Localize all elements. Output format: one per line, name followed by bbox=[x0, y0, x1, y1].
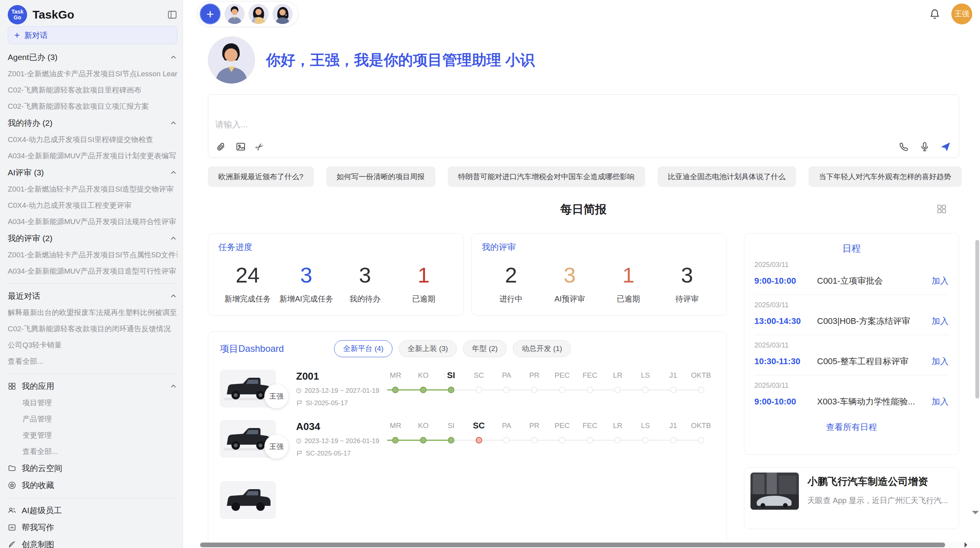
sidebar-conversation-item[interactable]: 公司Q3轻卡销量 bbox=[8, 337, 177, 353]
chevron-up-icon[interactable] bbox=[170, 119, 177, 127]
cloud-space-label: 我的云空间 bbox=[22, 463, 62, 474]
sidebar-conversation-item[interactable]: C02-飞腾新能源轻客改款项目立项汇报方案 bbox=[8, 98, 177, 115]
sidebar-conversation-item[interactable]: Z001-全新燃油轻卡产品开发项目SI节点属性5D文件评审 bbox=[8, 247, 177, 263]
chevron-up-icon[interactable] bbox=[170, 53, 177, 61]
milestone: MR bbox=[382, 370, 409, 393]
sidebar-item-change-mgmt[interactable]: 变更管理 bbox=[8, 427, 177, 444]
sidebar-item-creative-draw[interactable]: 创意制图 bbox=[8, 536, 177, 548]
project-row[interactable]: 王强 Z001 2023-12-19 ~ 2027-01-19 SI-2025-… bbox=[220, 370, 715, 408]
stat-label: 我的待办 bbox=[336, 294, 394, 304]
chevron-up-icon[interactable] bbox=[170, 235, 177, 242]
suggestion-chip[interactable]: 欧洲新规最近颁布了什么? bbox=[208, 166, 314, 187]
suggestion-chip[interactable]: 比亚迪全固态电池计划具体说了什么 bbox=[658, 166, 796, 187]
chevron-up-icon[interactable] bbox=[170, 292, 177, 300]
chat-input-card[interactable]: 请输入... ✂ bbox=[208, 94, 959, 158]
event-join-link[interactable]: 加入 bbox=[932, 315, 949, 327]
suggestion-chip[interactable]: 特朗普可能对进口汽车增税会对中国车企造成哪些影响 bbox=[448, 166, 645, 187]
event-join-link[interactable]: 加入 bbox=[932, 275, 949, 287]
sidebar-item-product-mgmt[interactable]: 产品管理 bbox=[8, 411, 177, 427]
sidebar-section-header[interactable]: AI评审 (3) bbox=[8, 164, 177, 181]
image-upload-icon[interactable] bbox=[235, 141, 246, 152]
dashboard-filter-tab[interactable]: 全新上装 (3) bbox=[399, 340, 457, 357]
stat-label: 已逾期 bbox=[394, 294, 453, 304]
paperclip-icon[interactable] bbox=[215, 141, 226, 152]
sidebar-item-project-mgmt[interactable]: 项目管理 bbox=[8, 395, 177, 411]
sidebar-item-cloud-space[interactable]: 我的云空间 bbox=[8, 460, 177, 477]
news-body: 小鹏飞行汽车制造公司增资 天眼查 App 显示，近日广州汇天飞行汽... bbox=[807, 473, 948, 524]
sidebar-conversation-item[interactable]: C02-飞腾新能源轻客改款项目里程碑画布 bbox=[8, 82, 177, 98]
news-card[interactable]: 小鹏飞行汽车制造公司增资 天眼查 App 显示，近日广州汇天飞行汽... bbox=[744, 467, 959, 529]
microphone-icon[interactable] bbox=[919, 141, 930, 152]
sidebar-conversation-item[interactable]: C02-飞腾新能源轻客改款项目的闭环通告反馈情况 bbox=[8, 321, 177, 337]
project-dashboard-card: 项目Dashboard 全新平台 (4) 全新上装 (3) 年型 (2) 动总开… bbox=[208, 331, 727, 548]
sidebar-section-header[interactable]: Agent已办 (3) bbox=[8, 49, 177, 66]
suggestion-chip[interactable]: 当下年轻人对汽车外观有怎样的喜好趋势 bbox=[809, 166, 962, 187]
sidebar-conversation-item[interactable]: A034-全新新能源MUV产品开发项目法规符合性评审 bbox=[8, 214, 177, 230]
event-join-link[interactable]: 加入 bbox=[932, 356, 949, 367]
sidebar-section: 最近对话 解释最新出台的欧盟报废车法规再生塑料比例被调至15%... C02-飞… bbox=[8, 288, 177, 370]
user-avatar[interactable]: 王强 bbox=[951, 3, 972, 24]
scroll-right-arrow[interactable] bbox=[965, 542, 970, 548]
event-join-link[interactable]: 加入 bbox=[932, 396, 949, 408]
notification-bell-icon[interactable] bbox=[929, 8, 941, 20]
vertical-scrollbar-thumb[interactable] bbox=[975, 240, 979, 399]
sidebar-section-header[interactable]: 我的评审 (2) bbox=[8, 230, 177, 247]
sidebar-item-my-apps[interactable]: 我的应用 bbox=[8, 378, 177, 395]
dashboard-filter-tab[interactable]: 动总开发 (1) bbox=[513, 340, 571, 357]
horizontal-scrollbar[interactable] bbox=[200, 542, 980, 548]
my-apps-label: 我的应用 bbox=[22, 381, 54, 392]
plus-icon: + bbox=[14, 31, 20, 40]
scroll-down-arrow[interactable] bbox=[972, 511, 979, 518]
event-date: 2025/03/11 bbox=[754, 341, 949, 349]
news-title: 小鹏飞行汽车制造公司增资 bbox=[807, 475, 948, 488]
sidebar-conversation-item[interactable]: C0X4-动力总成开发项目工程变更评审 bbox=[8, 197, 177, 214]
sidebar-conversation-item[interactable]: A034-全新新能源MUV产品开发项目造型可行性评审 bbox=[8, 263, 177, 279]
project-flag-text: SC-2025-05-17 bbox=[306, 450, 351, 457]
avatar[interactable] bbox=[224, 4, 245, 24]
sidebar-section-items: Z001-全新燃油轻卡产品开发项目SI节点属性5D文件评审 A034-全新新能源… bbox=[8, 247, 177, 279]
sidebar-conversation-item[interactable]: 查看全部... bbox=[8, 353, 177, 370]
sidebar-item-ai-employee[interactable]: AI超级员工 bbox=[8, 502, 177, 519]
logo-text-top: Task bbox=[12, 9, 24, 15]
sidebar-item-write-helper[interactable]: 帮我写作 bbox=[8, 519, 177, 536]
project-row[interactable]: 王强 A034 2023-12-19 ~ 2026-01-19 SC-2025-… bbox=[220, 420, 715, 458]
sidebar-section-header[interactable]: 我的待办 (2) bbox=[8, 115, 177, 132]
stat-item: 3 新增AI完成任务 bbox=[277, 262, 336, 304]
chevron-up-icon[interactable] bbox=[170, 382, 177, 390]
avatar[interactable] bbox=[272, 4, 293, 24]
sidebar-section-label: 我的评审 (2) bbox=[8, 233, 53, 244]
event-title: C001-立项审批会 bbox=[817, 275, 928, 287]
sidebar-conversation-item[interactable]: 解释最新出台的欧盟报废车法规再生塑料比例被调至15%... bbox=[8, 305, 177, 321]
avatar[interactable] bbox=[248, 4, 269, 24]
project-flag: SC-2025-05-17 bbox=[296, 450, 379, 457]
new-chat-button[interactable]: + 新对话 bbox=[8, 26, 177, 44]
sidebar-conversation-item[interactable]: Z001-全新燃油皮卡产品开发项目SI节点Lesson Learn报告 bbox=[8, 66, 177, 82]
suggestion-chip[interactable]: 如何写一份清晰的项目周报 bbox=[326, 166, 435, 187]
chevron-up-icon[interactable] bbox=[170, 169, 177, 176]
phone-call-icon[interactable] bbox=[898, 141, 909, 152]
stats-grid: 2 进行中 3 AI预评审 1 已逾期 3 待评审 bbox=[482, 262, 717, 304]
milestone-node bbox=[698, 387, 704, 393]
horizontal-scrollbar-thumb[interactable] bbox=[200, 543, 945, 547]
sidebar-item-favorites[interactable]: 我的收藏 bbox=[8, 477, 177, 494]
briefing-layout-icon[interactable] bbox=[937, 204, 947, 216]
clock-icon bbox=[296, 438, 302, 444]
sidebar-collapse-icon[interactable] bbox=[167, 10, 177, 20]
sidebar-item-view-all-apps[interactable]: 查看全部... bbox=[8, 444, 177, 460]
milestone-node bbox=[670, 387, 677, 393]
sidebar-conversation-item[interactable]: C0X4-动力总成开发项目SI里程碑提交物检查 bbox=[8, 132, 177, 148]
sidebar-conversation-item[interactable]: A034-全新新能源MUV产品开发项目计划变更表编写 bbox=[8, 148, 177, 164]
sidebar-section-header[interactable]: 最近对话 bbox=[8, 288, 177, 305]
stat-label: 新增完成任务 bbox=[218, 294, 277, 304]
dashboard-filter-tab[interactable]: 全新平台 (4) bbox=[334, 340, 392, 357]
stats-card: 我的评审 2 进行中 3 AI预评审 1 已逾期 3 待评审 bbox=[471, 233, 727, 316]
event-row: 10:30-11:30 C005-整车工程目标评审 加入 bbox=[754, 356, 949, 367]
view-all-schedule-link[interactable]: 查看所有日程 bbox=[754, 421, 949, 433]
add-member-button[interactable]: + bbox=[200, 3, 221, 24]
send-icon[interactable] bbox=[940, 141, 951, 152]
dashboard-filter-tab[interactable]: 年型 (2) bbox=[463, 340, 507, 357]
milestone-label: SI bbox=[437, 420, 465, 432]
milestone: PEC bbox=[548, 370, 576, 393]
scissors-icon[interactable]: ✂ bbox=[253, 140, 266, 153]
sidebar-conversation-item[interactable]: Z001-全新燃油轻卡产品开发项目SI造型提交物评审 bbox=[8, 181, 177, 197]
